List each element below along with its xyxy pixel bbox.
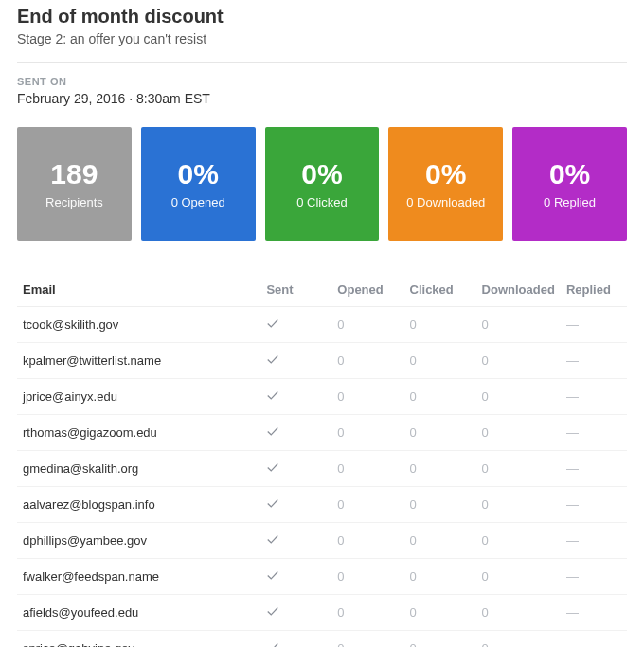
- cell-clicked: 0: [404, 307, 476, 343]
- cell-replied: —: [561, 595, 627, 631]
- cell-email: gmedina@skalith.org: [17, 451, 260, 487]
- check-icon: [266, 640, 279, 647]
- cell-downloaded: 0: [476, 379, 561, 415]
- cell-opened: 0: [331, 415, 403, 451]
- cell-replied: —: [561, 523, 627, 559]
- th-downloaded[interactable]: Downloaded: [476, 273, 561, 307]
- th-email[interactable]: Email: [17, 273, 260, 307]
- cell-clicked: 0: [404, 415, 476, 451]
- cell-email: kpalmer@twitterlist.name: [17, 343, 260, 379]
- check-icon: [266, 424, 279, 438]
- stat-recipients[interactable]: 189 Recipients: [17, 127, 132, 241]
- cell-replied: —: [561, 631, 627, 648]
- cell-email: afields@youfeed.edu: [17, 595, 260, 631]
- stat-value: 0%: [301, 158, 342, 189]
- check-icon: [266, 604, 279, 618]
- stat-label: 0 Downloaded: [406, 195, 485, 209]
- cell-replied: —: [561, 487, 627, 523]
- stat-label: 0 Opened: [171, 195, 225, 209]
- cell-clicked: 0: [404, 487, 476, 523]
- cell-downloaded: 0: [476, 487, 561, 523]
- cell-downloaded: 0: [476, 343, 561, 379]
- stat-opened[interactable]: 0% 0 Opened: [141, 127, 256, 241]
- cell-opened: 0: [331, 379, 403, 415]
- cell-opened: 0: [331, 631, 403, 648]
- stat-value: 189: [50, 158, 98, 189]
- cell-email: aalvarez@blogspan.info: [17, 487, 260, 523]
- cell-sent: [260, 307, 331, 343]
- cell-sent: [260, 559, 331, 595]
- cell-sent: [260, 451, 331, 487]
- check-icon: [266, 352, 279, 366]
- cell-opened: 0: [331, 307, 403, 343]
- table-row[interactable]: kpalmer@twitterlist.name000—: [17, 343, 627, 379]
- divider: [17, 62, 627, 63]
- sent-on-section: SENT ON February 29, 2016 · 8:30am EST: [17, 76, 627, 106]
- cell-opened: 0: [331, 451, 403, 487]
- check-icon: [266, 532, 279, 546]
- th-replied[interactable]: Replied: [561, 273, 627, 307]
- cell-email: tcook@skilith.gov: [17, 307, 260, 343]
- stat-label: 0 Clicked: [296, 195, 347, 209]
- recipients-table: Email Sent Opened Clicked Downloaded Rep…: [17, 273, 627, 647]
- stat-value: 0%: [549, 158, 590, 189]
- stat-value: 0%: [178, 158, 219, 189]
- th-clicked[interactable]: Clicked: [404, 273, 476, 307]
- cell-opened: 0: [331, 343, 403, 379]
- cell-opened: 0: [331, 487, 403, 523]
- cell-opened: 0: [331, 523, 403, 559]
- cell-downloaded: 0: [476, 595, 561, 631]
- cell-downloaded: 0: [476, 523, 561, 559]
- cell-sent: [260, 379, 331, 415]
- stat-value: 0%: [425, 158, 466, 189]
- stats-row: 189 Recipients 0% 0 Opened 0% 0 Clicked …: [17, 127, 627, 241]
- stat-clicked[interactable]: 0% 0 Clicked: [265, 127, 380, 241]
- cell-email: dphillips@yambee.gov: [17, 523, 260, 559]
- cell-replied: —: [561, 451, 627, 487]
- cell-sent: [260, 343, 331, 379]
- table-row[interactable]: tcook@skilith.gov000—: [17, 307, 627, 343]
- cell-sent: [260, 523, 331, 559]
- cell-email: fwalker@feedspan.name: [17, 559, 260, 595]
- stat-replied[interactable]: 0% 0 Replied: [512, 127, 627, 241]
- table-row[interactable]: sprice@gabvine.gov000—: [17, 631, 627, 648]
- cell-downloaded: 0: [476, 631, 561, 648]
- table-row[interactable]: fwalker@feedspan.name000—: [17, 559, 627, 595]
- check-icon: [266, 460, 279, 474]
- cell-clicked: 0: [404, 559, 476, 595]
- stat-label: 0 Replied: [544, 195, 596, 209]
- cell-email: jprice@ainyx.edu: [17, 379, 260, 415]
- cell-replied: —: [561, 559, 627, 595]
- table-row[interactable]: dphillips@yambee.gov000—: [17, 523, 627, 559]
- cell-sent: [260, 415, 331, 451]
- table-row[interactable]: jprice@ainyx.edu000—: [17, 379, 627, 415]
- th-opened[interactable]: Opened: [331, 273, 403, 307]
- table-row[interactable]: gmedina@skalith.org000—: [17, 451, 627, 487]
- check-icon: [266, 496, 279, 510]
- table-row[interactable]: rthomas@gigazoom.edu000—: [17, 415, 627, 451]
- cell-email: sprice@gabvine.gov: [17, 631, 260, 648]
- stat-label: Recipients: [45, 195, 103, 209]
- table-row[interactable]: aalvarez@blogspan.info000—: [17, 487, 627, 523]
- table-header-row: Email Sent Opened Clicked Downloaded Rep…: [17, 273, 627, 307]
- sent-on-label: SENT ON: [17, 76, 627, 87]
- cell-replied: —: [561, 343, 627, 379]
- cell-downloaded: 0: [476, 451, 561, 487]
- stat-downloaded[interactable]: 0% 0 Downloaded: [388, 127, 503, 241]
- cell-replied: —: [561, 307, 627, 343]
- check-icon: [266, 388, 279, 402]
- sent-on-value: February 29, 2016 · 8:30am EST: [17, 91, 627, 106]
- cell-downloaded: 0: [476, 415, 561, 451]
- campaign-header: End of month discount Stage 2: an offer …: [17, 0, 627, 46]
- page-subtitle: Stage 2: an offer you can't resist: [17, 31, 627, 46]
- cell-sent: [260, 631, 331, 648]
- cell-sent: [260, 595, 331, 631]
- cell-downloaded: 0: [476, 307, 561, 343]
- table-row[interactable]: afields@youfeed.edu000—: [17, 595, 627, 631]
- cell-replied: —: [561, 415, 627, 451]
- cell-opened: 0: [331, 595, 403, 631]
- page-title: End of month discount: [17, 6, 627, 27]
- th-sent[interactable]: Sent: [260, 273, 331, 307]
- cell-replied: —: [561, 379, 627, 415]
- cell-clicked: 0: [404, 631, 476, 648]
